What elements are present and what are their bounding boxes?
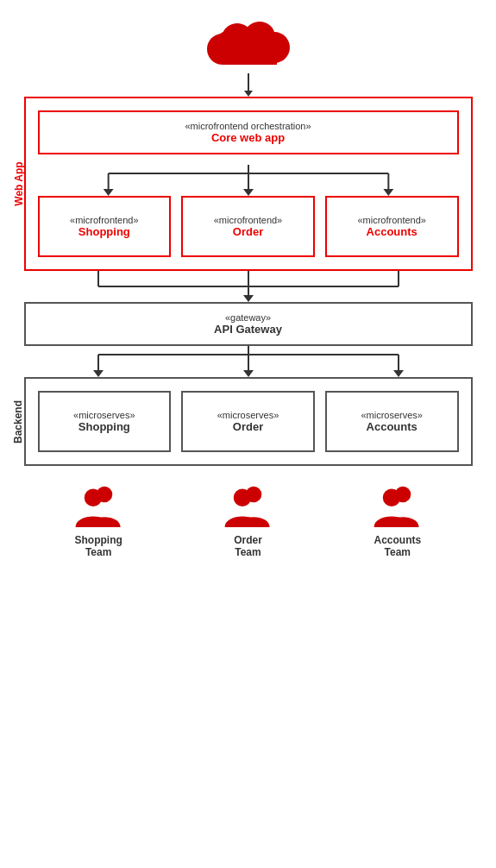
arrows-core-to-mf xyxy=(38,165,459,196)
accounts-team-label: AccountsTeam xyxy=(374,534,421,558)
team-order: OrderTeam xyxy=(196,481,299,558)
mf-accounts: «microfrontend» Accounts xyxy=(325,196,459,257)
teams-row: ShoppingTeam OrderTeam AccountsTeam xyxy=(24,481,473,558)
team-accounts: AccountsTeam xyxy=(346,481,449,558)
mf-shopping-stereotype: «microfrontend» xyxy=(47,215,163,225)
svg-point-24 xyxy=(84,488,101,506)
core-stereotype: «microfrontend orchestration» xyxy=(57,121,440,131)
mf-order-title: Order xyxy=(190,225,306,238)
gateway-title: API Gateway xyxy=(43,323,454,336)
ms-order-title: Order xyxy=(190,420,306,433)
order-team-icon xyxy=(220,481,276,529)
ms-accounts-stereotype: «microserves» xyxy=(334,410,450,420)
api-gateway-section: «gateway» API Gateway xyxy=(24,302,473,346)
ms-accounts: «microserves» Accounts xyxy=(325,391,459,452)
arrow-cloud-to-webapp xyxy=(244,73,253,97)
api-gateway-box: «gateway» API Gateway xyxy=(24,302,473,346)
ms-shopping-stereotype: «microserves» xyxy=(47,410,163,420)
mf-accounts-title: Accounts xyxy=(334,225,450,238)
svg-marker-18 xyxy=(93,370,104,377)
ms-accounts-title: Accounts xyxy=(334,420,450,433)
ms-order-stereotype: «microserves» xyxy=(190,410,306,420)
svg-marker-14 xyxy=(243,295,254,302)
accounts-team-icon xyxy=(369,481,425,529)
mf-shopping: «microfrontend» Shopping xyxy=(38,196,172,257)
gateway-stereotype: «gateway» xyxy=(43,312,454,323)
microfrontend-row: «microfrontend» Shopping «microfrontend»… xyxy=(38,196,459,257)
ms-shopping: «microserves» Shopping xyxy=(38,391,172,452)
core-webapp-box: «microfrontend orchestration» Core web a… xyxy=(38,110,459,154)
svg-marker-22 xyxy=(393,370,404,377)
mf-order-stereotype: «microfrontend» xyxy=(190,215,306,225)
cloud-icon xyxy=(205,17,292,73)
backend-container: «microserves» Shopping «microserves» Ord… xyxy=(24,377,473,466)
svg-marker-7 xyxy=(383,189,393,196)
svg-marker-20 xyxy=(243,370,254,377)
webapp-container: «microfrontend orchestration» Core web a… xyxy=(24,97,473,271)
team-shopping: ShoppingTeam xyxy=(47,481,150,558)
core-title: Core web app xyxy=(57,131,440,144)
svg-marker-5 xyxy=(243,189,254,196)
ms-shopping-title: Shopping xyxy=(47,420,163,433)
arrows-gateway-to-ms xyxy=(24,346,473,377)
backend-label: Backend xyxy=(12,399,24,443)
architecture-diagram: Web App «microfrontend orchestration» Co… xyxy=(0,0,496,868)
ms-order: «microserves» Order xyxy=(181,391,315,452)
mf-accounts-stereotype: «microfrontend» xyxy=(334,215,450,225)
svg-point-26 xyxy=(234,488,251,506)
order-team-label: OrderTeam xyxy=(234,534,262,558)
mf-order: «microfrontend» Order xyxy=(181,196,315,257)
svg-marker-3 xyxy=(103,189,113,196)
webapp-label: Web App xyxy=(12,161,24,205)
shopping-team-icon xyxy=(71,481,127,529)
microservices-row: «microserves» Shopping «microserves» Ord… xyxy=(38,391,459,452)
shopping-team-label: ShoppingTeam xyxy=(74,534,122,558)
mf-shopping-title: Shopping xyxy=(47,225,163,238)
svg-point-28 xyxy=(383,488,400,506)
arrows-mf-to-gateway xyxy=(24,271,473,302)
